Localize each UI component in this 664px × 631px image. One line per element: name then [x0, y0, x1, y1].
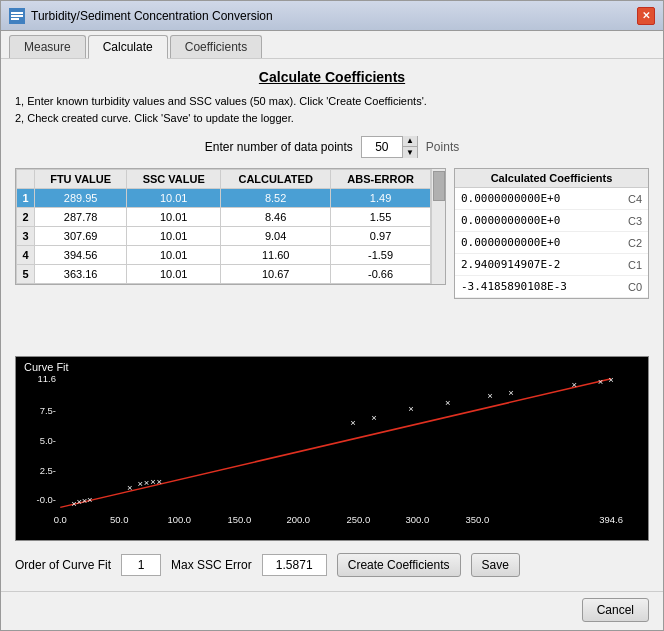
table-row[interactable]: 3 307.69 10.01 9.04 0.97 [17, 227, 431, 246]
abs-error: 1.49 [331, 189, 431, 208]
ssc-value: 10.01 [127, 189, 221, 208]
data-points-label: Enter number of data points [205, 140, 353, 154]
points-suffix: Points [426, 140, 459, 154]
ssc-value: 10.01 [127, 208, 221, 227]
data-points-spinner[interactable]: ▲ ▼ [361, 136, 418, 158]
coefficients-header: Calculated Coefficients [455, 169, 648, 188]
app-icon [9, 8, 25, 24]
instructions: 1, Enter known turbidity values and SSC … [15, 93, 649, 126]
main-window: Turbidity/Sediment Concentration Convers… [0, 0, 664, 631]
coeff-value: 2.9400914907E-2 [461, 258, 560, 271]
tab-coefficients[interactable]: Coefficients [170, 35, 262, 58]
svg-text:×: × [371, 414, 377, 424]
table-row[interactable]: 4 394.56 10.01 11.60 -1.59 [17, 246, 431, 265]
svg-text:×: × [487, 391, 493, 401]
svg-text:250.0: 250.0 [346, 515, 370, 525]
svg-text:×: × [87, 496, 93, 506]
table-row[interactable]: 2 287.78 10.01 8.46 1.55 [17, 208, 431, 227]
chart-container: Curve Fit 11.6 7.5- 5.0- 2.5- -0.0- 0.0 … [15, 356, 649, 541]
curve-fit-input[interactable] [121, 554, 161, 576]
svg-text:2.5-: 2.5- [40, 466, 56, 476]
data-points-row: Enter number of data points ▲ ▼ Points [15, 136, 649, 158]
svg-text:300.0: 300.0 [405, 515, 429, 525]
abs-error: 0.97 [331, 227, 431, 246]
ftu-value: 289.95 [35, 189, 127, 208]
svg-text:×: × [445, 399, 451, 409]
window-title: Turbidity/Sediment Concentration Convers… [31, 9, 273, 23]
svg-rect-3 [11, 18, 19, 20]
abs-error: 1.55 [331, 208, 431, 227]
ftu-value: 394.56 [35, 246, 127, 265]
svg-text:350.0: 350.0 [466, 515, 490, 525]
cancel-button[interactable]: Cancel [582, 598, 649, 622]
abs-error: -0.66 [331, 265, 431, 284]
svg-text:×: × [150, 477, 156, 487]
spinner-buttons: ▲ ▼ [402, 136, 417, 158]
coefficients-list: 0.0000000000E+0 C4 0.0000000000E+0 C3 0.… [455, 188, 648, 298]
svg-text:11.6: 11.6 [38, 374, 56, 384]
svg-rect-4 [16, 357, 648, 540]
row-num: 2 [17, 208, 35, 227]
close-button[interactable]: ✕ [637, 7, 655, 25]
save-button[interactable]: Save [471, 553, 520, 577]
svg-text:×: × [138, 479, 144, 489]
footer: Cancel [1, 591, 663, 630]
main-area: FTU VALUE SSC VALUE CALCULATED ABS-ERROR… [15, 168, 649, 344]
data-points-input[interactable] [362, 137, 402, 157]
row-num: 1 [17, 189, 35, 208]
chart-svg: 11.6 7.5- 5.0- 2.5- -0.0- 0.0 50.0 100.0… [16, 357, 648, 540]
ftu-value: 287.78 [35, 208, 127, 227]
title-bar: Turbidity/Sediment Concentration Convers… [1, 1, 663, 31]
title-bar-left: Turbidity/Sediment Concentration Convers… [9, 8, 273, 24]
main-content: Calculate Coefficients 1, Enter known tu… [1, 59, 663, 589]
svg-text:×: × [408, 405, 414, 415]
ssc-value: 10.01 [127, 265, 221, 284]
spinner-down-button[interactable]: ▼ [403, 147, 417, 158]
col-header-calc: CALCULATED [221, 170, 331, 189]
max-ssc-input[interactable] [262, 554, 327, 576]
instruction-2: 2, Check created curve. Click 'Save' to … [15, 110, 649, 127]
coeff-value: 0.0000000000E+0 [461, 214, 560, 227]
table-scrollbar[interactable] [431, 169, 445, 284]
table-row[interactable]: 1 289.95 10.01 8.52 1.49 [17, 189, 431, 208]
table-row[interactable]: 5 363.16 10.01 10.67 -0.66 [17, 265, 431, 284]
coeff-label: C3 [628, 215, 642, 227]
table-scroll-wrapper: FTU VALUE SSC VALUE CALCULATED ABS-ERROR… [16, 169, 445, 284]
instruction-1: 1, Enter known turbidity values and SSC … [15, 93, 649, 110]
col-header-ftu: FTU VALUE [35, 170, 127, 189]
calc-value: 11.60 [221, 246, 331, 265]
row-num: 5 [17, 265, 35, 284]
tab-measure[interactable]: Measure [9, 35, 86, 58]
col-header-ssc: SSC VALUE [127, 170, 221, 189]
spinner-up-button[interactable]: ▲ [403, 136, 417, 147]
create-coefficients-button[interactable]: Create Coefficients [337, 553, 461, 577]
tab-calculate[interactable]: Calculate [88, 35, 168, 59]
coefficient-row: 0.0000000000E+0 C3 [455, 210, 648, 232]
svg-text:0.0: 0.0 [54, 515, 67, 525]
row-num: 3 [17, 227, 35, 246]
tabs-bar: Measure Calculate Coefficients [1, 31, 663, 59]
col-header-num [17, 170, 35, 189]
table-inner: FTU VALUE SSC VALUE CALCULATED ABS-ERROR… [16, 169, 431, 284]
max-ssc-label: Max SSC Error [171, 558, 252, 572]
svg-text:×: × [156, 477, 162, 487]
coefficient-row: -3.4185890108E-3 C0 [455, 276, 648, 298]
coefficient-row: 0.0000000000E+0 C4 [455, 188, 648, 210]
data-table: FTU VALUE SSC VALUE CALCULATED ABS-ERROR… [16, 169, 431, 284]
calc-value: 9.04 [221, 227, 331, 246]
svg-text:×: × [508, 388, 514, 398]
ssc-value: 10.01 [127, 246, 221, 265]
svg-rect-2 [11, 15, 23, 17]
svg-text:×: × [598, 377, 604, 387]
left-panel: FTU VALUE SSC VALUE CALCULATED ABS-ERROR… [15, 168, 446, 344]
ftu-value: 307.69 [35, 227, 127, 246]
coeff-label: C1 [628, 259, 642, 271]
svg-text:×: × [144, 478, 150, 488]
calc-value: 8.46 [221, 208, 331, 227]
svg-text:7.5-: 7.5- [40, 407, 56, 417]
svg-text:×: × [127, 483, 133, 493]
svg-text:×: × [608, 375, 614, 385]
curve-fit-label: Order of Curve Fit [15, 558, 111, 572]
coeff-label: C4 [628, 193, 642, 205]
ftu-value: 363.16 [35, 265, 127, 284]
